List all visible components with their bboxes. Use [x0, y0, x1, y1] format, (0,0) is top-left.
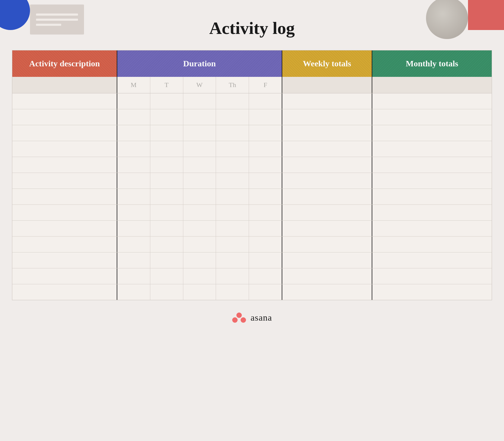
row-activity-3[interactable]: [12, 125, 117, 141]
row-weekly-5[interactable]: [282, 157, 372, 173]
row-day-w-9[interactable]: [183, 221, 216, 236]
row-day-m-4[interactable]: [117, 141, 150, 157]
row-monthly-1[interactable]: [372, 93, 492, 109]
row-day-t-2[interactable]: [150, 109, 183, 125]
row-day-m-6[interactable]: [117, 173, 150, 189]
row-monthly-12[interactable]: [372, 268, 492, 284]
row-day-m-5[interactable]: [117, 157, 150, 173]
row-monthly-6[interactable]: [372, 173, 492, 189]
row-weekly-10[interactable]: [282, 237, 372, 252]
row-monthly-11[interactable]: [372, 252, 492, 268]
row-day-m-1[interactable]: [117, 93, 150, 109]
row-day-t-9[interactable]: [150, 221, 183, 236]
row-day-t-4[interactable]: [150, 141, 183, 157]
row-day-t-13[interactable]: [150, 284, 183, 300]
row-weekly-2[interactable]: [282, 109, 372, 125]
row-activity-1[interactable]: [12, 93, 117, 109]
row-day-th-12[interactable]: [216, 268, 249, 284]
row-day-m-3[interactable]: [117, 125, 150, 141]
row-activity-12[interactable]: [12, 268, 117, 284]
row-day-w-13[interactable]: [183, 284, 216, 300]
row-activity-8[interactable]: [12, 205, 117, 220]
row-day-w-1[interactable]: [183, 93, 216, 109]
row-day-f-4[interactable]: [249, 141, 282, 157]
row-weekly-9[interactable]: [282, 221, 372, 236]
row-day-th-7[interactable]: [216, 189, 249, 204]
row-day-w-12[interactable]: [183, 268, 216, 284]
row-activity-13[interactable]: [12, 284, 117, 300]
row-day-m-2[interactable]: [117, 109, 150, 125]
row-weekly-12[interactable]: [282, 268, 372, 284]
row-day-t-3[interactable]: [150, 125, 183, 141]
row-day-m-7[interactable]: [117, 189, 150, 204]
row-activity-7[interactable]: [12, 189, 117, 204]
row-day-m-10[interactable]: [117, 237, 150, 252]
row-day-w-8[interactable]: [183, 205, 216, 220]
row-monthly-13[interactable]: [372, 284, 492, 300]
row-day-w-7[interactable]: [183, 189, 216, 204]
row-day-w-10[interactable]: [183, 237, 216, 252]
row-weekly-3[interactable]: [282, 125, 372, 141]
row-weekly-4[interactable]: [282, 141, 372, 157]
row-day-f-9[interactable]: [249, 221, 282, 236]
row-monthly-2[interactable]: [372, 109, 492, 125]
row-day-th-10[interactable]: [216, 237, 249, 252]
row-activity-11[interactable]: [12, 252, 117, 268]
row-day-w-3[interactable]: [183, 125, 216, 141]
row-day-m-12[interactable]: [117, 268, 150, 284]
row-activity-5[interactable]: [12, 157, 117, 173]
row-weekly-8[interactable]: [282, 205, 372, 220]
row-day-th-5[interactable]: [216, 157, 249, 173]
row-monthly-5[interactable]: [372, 157, 492, 173]
row-weekly-7[interactable]: [282, 189, 372, 204]
row-day-t-12[interactable]: [150, 268, 183, 284]
row-day-t-10[interactable]: [150, 237, 183, 252]
row-weekly-13[interactable]: [282, 284, 372, 300]
row-day-th-1[interactable]: [216, 93, 249, 109]
row-day-t-8[interactable]: [150, 205, 183, 220]
row-day-w-11[interactable]: [183, 252, 216, 268]
row-activity-10[interactable]: [12, 237, 117, 252]
row-day-f-10[interactable]: [249, 237, 282, 252]
row-day-f-1[interactable]: [249, 93, 282, 109]
row-weekly-6[interactable]: [282, 173, 372, 189]
row-monthly-7[interactable]: [372, 189, 492, 204]
row-day-f-11[interactable]: [249, 252, 282, 268]
row-day-t-5[interactable]: [150, 157, 183, 173]
row-day-f-6[interactable]: [249, 173, 282, 189]
row-day-th-11[interactable]: [216, 252, 249, 268]
row-day-m-11[interactable]: [117, 252, 150, 268]
row-day-th-6[interactable]: [216, 173, 249, 189]
row-activity-4[interactable]: [12, 141, 117, 157]
row-monthly-10[interactable]: [372, 237, 492, 252]
row-day-th-3[interactable]: [216, 125, 249, 141]
row-day-th-8[interactable]: [216, 205, 249, 220]
row-activity-6[interactable]: [12, 173, 117, 189]
row-activity-9[interactable]: [12, 221, 117, 236]
row-day-th-13[interactable]: [216, 284, 249, 300]
row-day-t-11[interactable]: [150, 252, 183, 268]
row-day-w-5[interactable]: [183, 157, 216, 173]
row-day-t-7[interactable]: [150, 189, 183, 204]
row-day-th-4[interactable]: [216, 141, 249, 157]
row-day-w-6[interactable]: [183, 173, 216, 189]
row-weekly-1[interactable]: [282, 93, 372, 109]
row-day-m-9[interactable]: [117, 221, 150, 236]
row-day-f-3[interactable]: [249, 125, 282, 141]
row-day-f-8[interactable]: [249, 205, 282, 220]
row-weekly-11[interactable]: [282, 252, 372, 268]
row-day-th-2[interactable]: [216, 109, 249, 125]
row-monthly-3[interactable]: [372, 125, 492, 141]
row-day-m-13[interactable]: [117, 284, 150, 300]
row-day-w-4[interactable]: [183, 141, 216, 157]
row-day-t-6[interactable]: [150, 173, 183, 189]
row-activity-2[interactable]: [12, 109, 117, 125]
row-day-f-2[interactable]: [249, 109, 282, 125]
row-day-f-12[interactable]: [249, 268, 282, 284]
row-monthly-4[interactable]: [372, 141, 492, 157]
row-day-th-9[interactable]: [216, 221, 249, 236]
row-day-m-8[interactable]: [117, 205, 150, 220]
row-monthly-8[interactable]: [372, 205, 492, 220]
row-day-t-1[interactable]: [150, 93, 183, 109]
row-day-f-5[interactable]: [249, 157, 282, 173]
